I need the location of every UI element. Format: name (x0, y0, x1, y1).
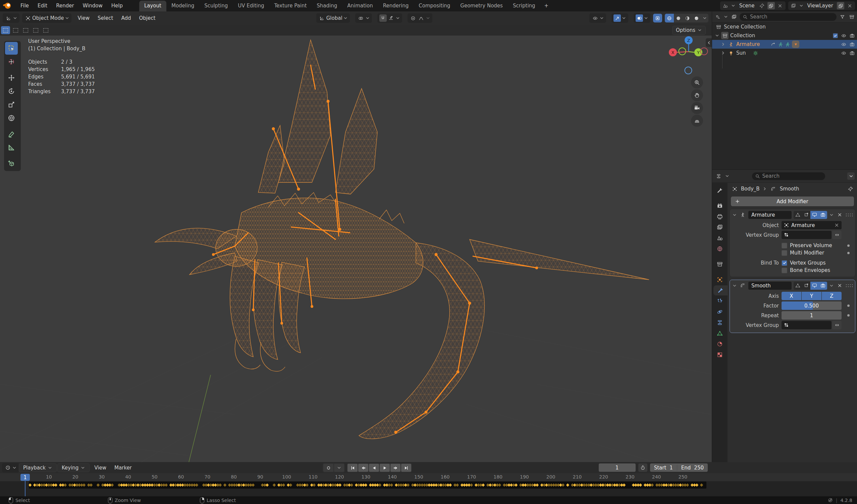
select-mode-subtract-button[interactable] (21, 26, 30, 34)
pin-scene-icon[interactable] (758, 2, 766, 10)
wasp-mesh[interactable] (155, 40, 649, 439)
menu-help[interactable]: Help (107, 1, 127, 10)
display-realtime-toggle[interactable] (810, 282, 819, 290)
display-editmode-toggle[interactable] (794, 211, 802, 219)
proportional-falloff-icon[interactable] (418, 14, 425, 22)
tab-shading[interactable]: Shading (312, 1, 342, 12)
viewport-3d[interactable]: User Perspective (1) Collection | Body_B… (0, 36, 712, 462)
sidebar-toggle[interactable] (706, 38, 712, 47)
display-render-toggle[interactable] (819, 211, 827, 219)
tab-tool[interactable] (712, 185, 727, 196)
tab-modifiers[interactable] (713, 285, 727, 296)
axis-y-toggle[interactable]: Y (802, 292, 821, 300)
invert-vertex-group-button[interactable] (832, 231, 842, 239)
blender-logo-icon[interactable] (3, 2, 13, 10)
menu-add[interactable]: Add (117, 15, 135, 21)
gizmo-y-neg-axis[interactable] (679, 48, 686, 55)
animate-dot[interactable] (847, 304, 850, 307)
modifier-extras-dropdown[interactable] (829, 283, 834, 288)
expand-icon[interactable] (721, 42, 725, 47)
tab-material[interactable] (712, 339, 727, 349)
keying-options-dropdown[interactable] (334, 464, 344, 472)
select-mode-extend-button[interactable] (11, 26, 20, 34)
select-mode-set-button[interactable] (1, 26, 10, 34)
keying-menu[interactable]: Keying (57, 464, 89, 472)
previous-keyframe-button[interactable] (358, 464, 368, 472)
render-camera-icon[interactable] (850, 51, 855, 56)
delete-scene-icon[interactable] (776, 2, 784, 10)
outliner-search-input[interactable]: Search (740, 13, 837, 21)
tab-compositing[interactable]: Compositing (414, 1, 455, 12)
shading-wireframe-button[interactable] (665, 14, 674, 22)
display-render-toggle[interactable] (819, 282, 827, 290)
tab-object[interactable] (712, 275, 727, 285)
outliner-row-armature[interactable]: Armature (712, 40, 857, 49)
bind-vertex-groups-checkbox[interactable] (782, 260, 787, 266)
tab-uv-editing[interactable]: UV Editing (233, 1, 269, 12)
display-realtime-toggle[interactable] (810, 211, 819, 219)
playback-menu[interactable]: Playback (19, 464, 57, 472)
timeline-ruler[interactable]: 1020304050607080901001101201301401501601… (0, 473, 857, 481)
new-viewlayer-icon[interactable] (837, 2, 844, 10)
camera-view-button[interactable] (691, 102, 703, 114)
tool-cursor[interactable] (5, 55, 18, 68)
shading-rendered-button[interactable] (692, 14, 701, 22)
breadcrumb-modifier[interactable]: Smooth (780, 186, 799, 192)
tab-particles[interactable] (712, 296, 727, 306)
modifier-name-field[interactable]: Armature (748, 211, 792, 219)
drag-handle[interactable] (845, 284, 853, 287)
select-mode-invert-button[interactable] (31, 26, 40, 34)
tool-move[interactable] (5, 71, 18, 84)
new-collection-icon[interactable] (848, 13, 855, 20)
axis-z-toggle[interactable]: Z (822, 292, 842, 300)
expand-icon[interactable] (721, 51, 725, 55)
start-frame-field[interactable]: Start1 (650, 465, 677, 471)
multi-modifier-checkbox[interactable] (782, 250, 787, 256)
outliner-row-collection[interactable]: Collection (712, 31, 857, 40)
collapse-icon[interactable] (732, 213, 737, 217)
options-dropdown[interactable]: Options (672, 26, 706, 35)
clear-object-icon[interactable] (834, 223, 839, 228)
menu-file[interactable]: File (16, 1, 33, 10)
tab-rendering[interactable]: Rendering (378, 1, 414, 12)
breadcrumb-object[interactable]: Body_B (741, 186, 760, 192)
hide-eye-icon[interactable] (841, 51, 846, 56)
editor-type-button[interactable] (3, 13, 19, 23)
tab-geometry-nodes[interactable]: Geometry Nodes (455, 1, 508, 12)
menu-select[interactable]: Select (94, 15, 117, 21)
armature-object-field[interactable]: Armature (782, 221, 842, 229)
menu-object[interactable]: Object (135, 15, 159, 21)
pin-icon[interactable] (846, 185, 854, 192)
outliner-editor-type-icon[interactable] (714, 13, 722, 20)
play-reverse-button[interactable] (369, 464, 379, 472)
keyframe-band[interactable] (29, 482, 706, 489)
outliner-display-mode-icon[interactable] (730, 13, 738, 20)
gizmo-toggle[interactable] (614, 14, 621, 22)
view-menu[interactable]: View (90, 465, 110, 471)
repeat-field[interactable]: 1 (782, 311, 842, 320)
animate-dot[interactable] (847, 252, 850, 254)
tab-layout[interactable]: Layout (139, 1, 166, 12)
menu-edit[interactable]: Edit (33, 1, 52, 10)
delete-modifier-icon[interactable] (836, 282, 843, 289)
jump-to-end-button[interactable] (401, 464, 411, 472)
tab-object-data[interactable] (712, 328, 727, 338)
use-preview-range-toggle[interactable] (638, 464, 648, 472)
collection-exclude-checkbox[interactable] (833, 33, 838, 38)
overlays-toggle[interactable] (636, 14, 643, 22)
preserve-volume-checkbox[interactable] (782, 243, 787, 249)
properties-editor-type-icon[interactable] (715, 172, 722, 180)
select-mode-intersect-button[interactable] (41, 26, 50, 34)
menu-view[interactable]: View (74, 15, 94, 21)
mode-dropdown[interactable]: Object Mode (22, 13, 71, 23)
factor-slider[interactable]: 0.500 (782, 301, 842, 310)
auto-keying-toggle[interactable] (323, 464, 333, 472)
hide-eye-icon[interactable] (841, 33, 846, 38)
tool-annotate[interactable] (5, 128, 18, 140)
add-workspace-button[interactable]: + (540, 1, 553, 12)
toggle-perspective-button[interactable] (691, 115, 703, 127)
collapse-icon[interactable] (715, 33, 720, 38)
menu-window[interactable]: Window (79, 1, 107, 10)
drag-handle[interactable] (845, 213, 853, 217)
timeline-editor-type-button[interactable] (2, 463, 19, 472)
